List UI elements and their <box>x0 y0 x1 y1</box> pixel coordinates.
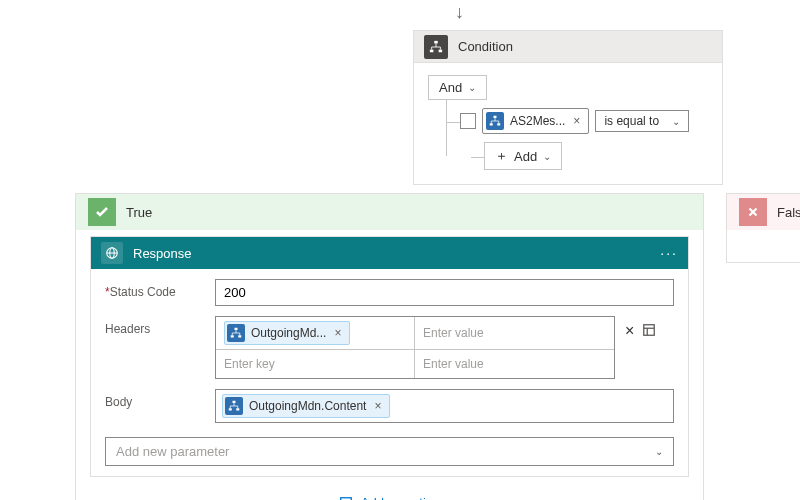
header-value-empty[interactable]: Enter value <box>415 350 614 378</box>
true-branch-card: True Response ··· *Status Code Headers <box>75 193 704 500</box>
condition-icon <box>424 35 448 59</box>
header-value-cell[interactable]: Enter value <box>415 317 614 350</box>
chevron-down-icon: ⌄ <box>543 151 551 162</box>
add-condition-button[interactable]: ＋ Add ⌄ <box>484 142 562 170</box>
false-label: False <box>777 205 800 220</box>
chevron-down-icon: ⌄ <box>468 82 476 93</box>
add-action-icon <box>339 496 353 501</box>
svg-rect-11 <box>238 335 241 337</box>
svg-rect-1 <box>430 49 434 52</box>
token-remove-icon[interactable]: × <box>571 114 582 128</box>
header-key-token[interactable]: OutgoingMd... × <box>224 321 350 345</box>
condition-title: Condition <box>458 39 513 54</box>
token-remove-icon[interactable]: × <box>332 326 343 340</box>
svg-rect-15 <box>233 401 236 403</box>
add-parameter-dropdown[interactable]: Add new parameter ⌄ <box>105 437 674 466</box>
switch-mode-icon[interactable] <box>642 323 656 340</box>
svg-rect-2 <box>439 49 443 52</box>
true-label: True <box>126 205 152 220</box>
more-menu-icon[interactable]: ··· <box>660 245 678 261</box>
svg-rect-10 <box>231 335 234 337</box>
svg-rect-17 <box>236 408 239 410</box>
token-remove-icon[interactable]: × <box>372 399 383 413</box>
svg-rect-12 <box>644 324 655 335</box>
svg-rect-9 <box>235 328 238 330</box>
status-code-label: *Status Code <box>105 279 215 299</box>
logic-operator-dropdown[interactable]: And ⌄ <box>428 75 487 100</box>
status-code-input[interactable] <box>215 279 674 306</box>
svg-rect-0 <box>434 40 438 43</box>
condition-card: Condition And ⌄ AS2Mes... × is equal to … <box>413 30 723 185</box>
headers-label: Headers <box>105 316 215 336</box>
check-icon <box>88 198 116 226</box>
plus-icon: ＋ <box>495 147 508 165</box>
false-branch-card: False <box>726 193 800 263</box>
false-branch-header[interactable]: False <box>727 194 800 230</box>
x-icon <box>739 198 767 226</box>
svg-rect-16 <box>229 408 232 410</box>
true-branch-header[interactable]: True <box>76 194 703 230</box>
chevron-down-icon: ⌄ <box>655 446 663 457</box>
response-action-card: Response ··· *Status Code Headers <box>90 236 689 477</box>
svg-rect-5 <box>497 123 500 125</box>
condition-row: AS2Mes... × is equal to ⌄ <box>460 108 710 134</box>
header-key-cell[interactable]: OutgoingMd... × <box>216 317 415 350</box>
body-input[interactable]: OutgoingMdn.Content × <box>215 389 674 423</box>
row-checkbox[interactable] <box>460 113 476 129</box>
response-title: Response <box>133 246 192 261</box>
token-icon <box>486 112 504 130</box>
token-icon <box>225 397 243 415</box>
delete-row-icon[interactable]: × <box>625 322 634 340</box>
token-icon <box>227 324 245 342</box>
headers-table: OutgoingMd... × Enter value Enter key En… <box>215 316 615 379</box>
operator-dropdown[interactable]: is equal to ⌄ <box>595 110 689 132</box>
flow-arrow-down: ↓ <box>455 2 464 23</box>
condition-header[interactable]: Condition <box>414 31 722 63</box>
body-label: Body <box>105 389 215 409</box>
add-action-button[interactable]: Add an action <box>339 495 441 500</box>
svg-rect-4 <box>490 123 493 125</box>
body-token[interactable]: OutgoingMdn.Content × <box>222 394 390 418</box>
globe-icon <box>101 242 123 264</box>
chevron-down-icon: ⌄ <box>672 116 680 127</box>
header-key-empty[interactable]: Enter key <box>216 350 415 378</box>
response-header[interactable]: Response ··· <box>91 237 688 269</box>
svg-rect-3 <box>494 116 497 118</box>
condition-value-token[interactable]: AS2Mes... × <box>482 108 589 134</box>
